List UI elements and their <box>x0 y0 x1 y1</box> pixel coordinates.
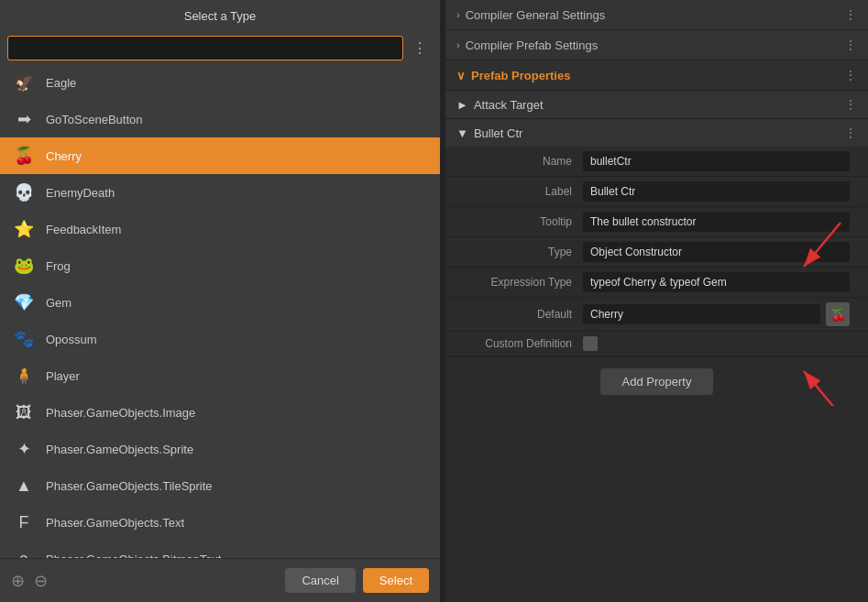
list-item-icon-pgo-sprite: ✦ <box>11 436 37 462</box>
prop-label-tooltip: Tooltip <box>445 215 583 228</box>
search-input[interactable] <box>7 36 403 60</box>
footer-icons: ⊕ ⊖ <box>11 571 48 591</box>
default-icon-button[interactable]: 🍒 <box>826 302 850 326</box>
list-item-icon-frog: 🐸 <box>11 253 37 279</box>
list-item-icon-opossum: 🐾 <box>11 326 37 352</box>
compiler-general-label: Compiler General Settings <box>466 8 605 22</box>
type-list: 🦅Eagle➡GoToSceneButton🍒Cherry💀EnemyDeath… <box>0 64 440 558</box>
dialog-title: Select a Type <box>0 0 440 32</box>
remove-item-button[interactable]: ⊖ <box>34 571 48 591</box>
prefab-properties-menu[interactable]: ⋮ <box>844 68 857 82</box>
attack-target-label: Attack Target <box>474 98 544 112</box>
list-item-icon-enemydeath: 💀 <box>11 180 37 205</box>
prop-row-label: Label Bullet Ctr <box>445 177 868 207</box>
attack-target-group: ► Attack Target ⋮ <box>445 91 868 119</box>
list-item-icon-player: 🧍 <box>11 363 37 389</box>
list-item-cherry[interactable]: 🍒Cherry <box>0 137 440 174</box>
compiler-general-menu[interactable]: ⋮ <box>844 7 857 22</box>
list-item-icon-feedbackitem: ⭐ <box>11 216 37 242</box>
add-property-button[interactable]: Add Property <box>600 368 714 395</box>
prefab-properties-title: Prefab Properties <box>471 69 570 82</box>
list-item-feedbackitem[interactable]: ⭐FeedbackItem <box>0 211 440 247</box>
prop-value-default[interactable]: Cherry <box>583 304 820 324</box>
prop-row-custom-definition: Custom Definition <box>445 332 868 356</box>
list-item-label-pgo-tilesprite: Phaser.GameObjects.TileSprite <box>46 479 213 493</box>
attack-target-header[interactable]: ► Attack Target ⋮ <box>445 91 868 118</box>
list-item-label-feedbackitem: FeedbackItem <box>46 223 121 236</box>
list-item-label-enemydeath: EnemyDeath <box>46 186 115 200</box>
bullet-ctr-content: Name bulletCtr Label Bullet Ctr Tooltip … <box>445 147 868 356</box>
prop-label-label: Label <box>445 185 583 198</box>
custom-definition-checkbox[interactable] <box>583 336 598 351</box>
list-item-icon-eagle: 🦅 <box>11 70 37 95</box>
list-item-label-pgo-sprite: Phaser.GameObjects.Sprite <box>46 443 193 456</box>
list-item-icon-pgo-bitmaptext: a <box>11 546 37 558</box>
footer-buttons: Cancel Select <box>285 568 429 593</box>
list-item-player[interactable]: 🧍Player <box>0 357 440 394</box>
list-item-label-gem: Gem <box>46 296 71 310</box>
prop-label-name: Name <box>445 155 583 168</box>
list-item-icon-gotobutton: ➡ <box>11 106 37 132</box>
prop-value-tooltip[interactable]: The bullet constructor <box>583 212 850 232</box>
attack-target-menu[interactable]: ⋮ <box>844 97 857 112</box>
attack-target-toggle: ► <box>456 98 468 112</box>
compiler-general-section[interactable]: › Compiler General Settings ⋮ <box>445 0 868 30</box>
list-item-frog[interactable]: 🐸Frog <box>0 247 440 284</box>
cancel-button[interactable]: Cancel <box>285 568 355 593</box>
prop-value-default-container: Cherry 🍒 <box>583 302 850 326</box>
prop-row-default: Default Cherry 🍒 <box>445 298 868 332</box>
add-item-button[interactable]: ⊕ <box>11 571 25 591</box>
type-select-dialog: Select a Type ⋮ 🦅Eagle➡GoToSceneButton🍒C… <box>0 0 440 602</box>
list-item-pgo-sprite[interactable]: ✦Phaser.GameObjects.Sprite <box>0 431 440 467</box>
bullet-ctr-label: Bullet Ctr <box>474 126 522 140</box>
select-button[interactable]: Select <box>363 568 429 593</box>
prop-value-type[interactable]: Object Constructor <box>583 242 850 262</box>
bullet-ctr-menu[interactable]: ⋮ <box>844 126 857 140</box>
list-item-pgo-bitmaptext[interactable]: aPhaser.GameObjects.BitmapText <box>0 541 440 558</box>
list-item-pgo-tilesprite[interactable]: ▲Phaser.GameObjects.TileSprite <box>0 467 440 504</box>
prop-row-tooltip: Tooltip The bullet constructor <box>445 207 868 237</box>
list-item-opossum[interactable]: 🐾Opossum <box>0 321 440 357</box>
list-item-label-pgo-image: Phaser.GameObjects.Image <box>46 406 195 420</box>
list-item-eagle[interactable]: 🦅Eagle <box>0 64 440 101</box>
compiler-general-toggle: › <box>456 9 460 20</box>
list-item-gotobutton[interactable]: ➡GoToSceneButton <box>0 101 440 137</box>
prop-label-default: Default <box>445 308 583 321</box>
prop-value-label[interactable]: Bullet Ctr <box>583 181 850 202</box>
prop-label-expression-type: Expression Type <box>445 276 583 289</box>
search-bar: ⋮ <box>7 36 433 60</box>
list-item-icon-gem: 💎 <box>11 290 37 315</box>
compiler-prefab-menu[interactable]: ⋮ <box>844 38 857 52</box>
right-panel-wrapper: › Compiler General Settings ⋮ › Compiler… <box>445 0 868 602</box>
compiler-prefab-label: Compiler Prefab Settings <box>466 38 599 52</box>
prop-value-expression-type[interactable]: typeof Cherry & typeof Gem <box>583 272 850 292</box>
list-item-icon-pgo-tilesprite: ▲ <box>11 473 37 498</box>
bullet-ctr-toggle: ▼ <box>456 126 468 140</box>
prefab-properties-chevron: ∨ <box>456 69 466 82</box>
list-item-label-cherry: Cherry <box>46 149 82 163</box>
compiler-prefab-toggle: › <box>456 39 460 50</box>
list-item-label-pgo-text: Phaser.GameObjects.Text <box>46 516 184 530</box>
bullet-ctr-header[interactable]: ▼ Bullet Ctr ⋮ <box>445 119 868 147</box>
list-item-label-eagle: Eagle <box>46 76 76 90</box>
prop-row-type: Type Object Constructor <box>445 237 868 268</box>
prop-row-name: Name bulletCtr <box>445 147 868 177</box>
prop-row-expression-type: Expression Type typeof Cherry & typeof G… <box>445 268 868 298</box>
list-item-icon-pgo-image: 🖼 <box>11 400 37 425</box>
list-item-label-gotobutton: GoToSceneButton <box>46 113 143 126</box>
right-panel: › Compiler General Settings ⋮ › Compiler… <box>445 0 868 406</box>
prefab-properties-header: ∨ Prefab Properties ⋮ <box>445 60 868 91</box>
bullet-ctr-group: ▼ Bullet Ctr ⋮ Name bulletCtr Label Bull… <box>445 119 868 357</box>
list-item-pgo-image[interactable]: 🖼Phaser.GameObjects.Image <box>0 394 440 431</box>
list-item-label-player: Player <box>46 369 80 383</box>
dialog-footer: ⊕ ⊖ Cancel Select <box>0 558 440 602</box>
list-item-enemydeath[interactable]: 💀EnemyDeath <box>0 174 440 211</box>
list-item-gem[interactable]: 💎Gem <box>0 284 440 321</box>
prop-label-custom-definition: Custom Definition <box>445 337 583 350</box>
list-item-icon-pgo-text: F <box>11 509 37 535</box>
svg-line-3 <box>804 371 841 406</box>
search-menu-button[interactable]: ⋮ <box>407 36 433 60</box>
compiler-prefab-section[interactable]: › Compiler Prefab Settings ⋮ <box>445 30 868 60</box>
prop-value-name[interactable]: bulletCtr <box>583 151 850 171</box>
list-item-pgo-text[interactable]: FPhaser.GameObjects.Text <box>0 504 440 541</box>
